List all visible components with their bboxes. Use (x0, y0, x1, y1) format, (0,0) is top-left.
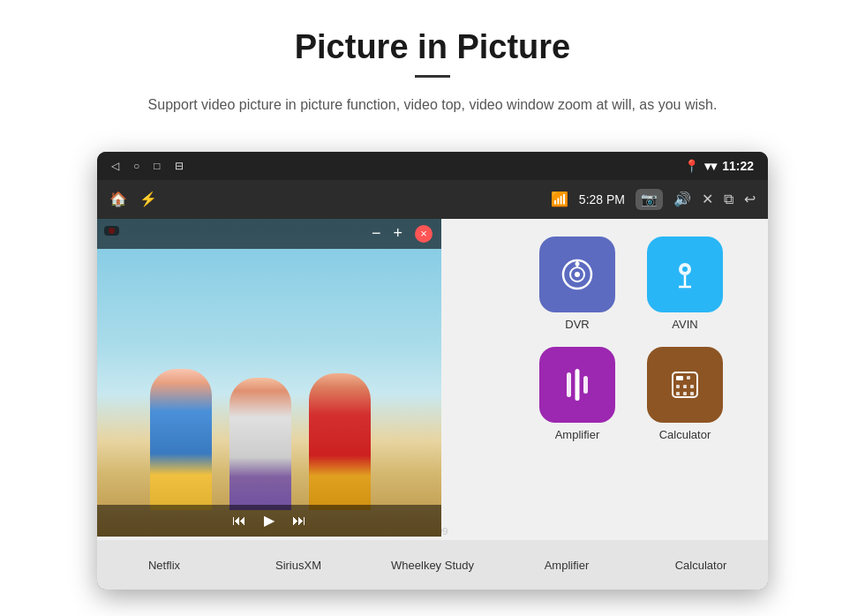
pip-minus-btn[interactable]: − (372, 224, 381, 243)
amplifier-label: Amplifier (555, 428, 600, 441)
svg-rect-10 (575, 369, 580, 401)
bottom-labels-row: Netflix SiriusXM Wheelkey Study Amplifie… (97, 557, 768, 573)
dvr-icon-svg (560, 257, 595, 292)
netflix-bottom: Netflix (97, 557, 231, 573)
calculator-bottom: Calculator (634, 557, 768, 573)
wheelkey-bottom-label: Wheelkey Study (391, 559, 474, 572)
netflix-bottom-label: Netflix (148, 559, 180, 572)
video-person-3 (309, 373, 371, 510)
svg-point-8 (682, 267, 688, 272)
pip-video-overlay[interactable]: − + × ⏮ ▶ ⏭ (97, 219, 441, 537)
status-bar: ◁ ○ □ ⊟ 📍 ▾▾ 11:22 (97, 152, 768, 180)
siriusxm-bottom-label: SiriusXM (275, 559, 321, 572)
page-subtitle: Support video picture in picture functio… (115, 94, 750, 116)
status-bar-left: ◁ ○ □ ⊟ (111, 160, 184, 172)
home-icon[interactable]: 🏠 (109, 191, 127, 207)
svg-rect-17 (690, 385, 694, 388)
dvr-label: DVR (565, 318, 589, 331)
pip-playback-controls: ⏮ ▶ ⏭ (97, 505, 441, 537)
title-divider (415, 75, 450, 78)
siriusxm-bottom: SiriusXM (231, 557, 365, 573)
calculator-app-icon (647, 347, 723, 423)
svg-point-2 (575, 272, 580, 277)
prev-btn[interactable]: ⏮ (232, 513, 246, 529)
avin-app-icon (647, 237, 723, 312)
pip-close-icon: × (420, 227, 427, 240)
pip-close-btn[interactable]: × (415, 225, 432, 243)
svg-rect-19 (683, 392, 687, 395)
volume-toolbar-icon[interactable]: 🔊 (673, 191, 691, 207)
close-toolbar-icon[interactable]: ✕ (702, 191, 713, 207)
amplifier-bottom-label: Amplifier (545, 559, 590, 572)
calculator-app[interactable]: Calculator (636, 347, 733, 441)
recents-nav-icon[interactable]: □ (154, 160, 160, 172)
signal-icon: ▾▾ (704, 159, 717, 173)
bottom-apps-bar: Netflix SiriusXM Wheelkey Study Amplifie… (97, 540, 768, 590)
calculator-bottom-label: Calculator (675, 559, 727, 572)
svg-point-4 (575, 261, 580, 266)
amplifier-bottom: Amplifier (500, 557, 634, 573)
device-frame: ◁ ○ □ ⊟ 📍 ▾▾ 11:22 🏠 ⚡ 📶 5:28 PM 📷 🔊 ✕ ⧉… (97, 152, 768, 590)
next-btn[interactable]: ⏭ (292, 513, 306, 529)
status-bar-right: 📍 ▾▾ 11:22 (684, 159, 754, 173)
apps-grid: DVR AVIN (494, 228, 768, 450)
pip-controls-bar: − + × (97, 219, 441, 249)
toolbar-right: 📶 5:28 PM 📷 🔊 ✕ ⧉ ↩ (551, 189, 756, 210)
wheelkey-bottom: Wheelkey Study (365, 557, 500, 573)
video-person-2 (229, 378, 291, 510)
dvr-app-icon (539, 237, 615, 312)
dvr-app[interactable]: DVR (529, 237, 626, 331)
apps-row-2: Amplifier (503, 347, 759, 441)
camera-toolbar-btn[interactable]: 📷 (636, 189, 663, 210)
svg-rect-18 (676, 392, 680, 395)
play-btn[interactable]: ▶ (264, 512, 275, 529)
page-header: Picture in Picture Support video picture… (0, 0, 865, 134)
svg-rect-20 (690, 392, 694, 395)
toolbar-time: 5:28 PM (579, 192, 625, 207)
svg-rect-11 (583, 376, 588, 394)
usb-icon[interactable]: ⚡ (139, 191, 157, 207)
video-person-1 (150, 369, 212, 510)
page-title: Picture in Picture (53, 28, 812, 66)
pip-plus-btn[interactable]: + (393, 224, 402, 243)
home-nav-icon[interactable]: ○ (133, 160, 139, 172)
toolbar-left: 🏠 ⚡ (109, 191, 157, 207)
wifi-toolbar-icon: 📶 (551, 191, 568, 207)
avin-label: AVIN (672, 318, 697, 331)
avin-app[interactable]: AVIN (636, 237, 733, 331)
pip-video-content (97, 219, 441, 537)
svg-rect-9 (567, 372, 571, 397)
pip-toolbar-icon[interactable]: ⧉ (724, 192, 733, 207)
svg-rect-14 (687, 376, 690, 379)
avin-icon-svg (667, 257, 703, 292)
main-area: − + × ⏮ ▶ ⏭ (97, 219, 768, 590)
calculator-label: Calculator (659, 428, 711, 441)
svg-rect-16 (683, 385, 687, 388)
back-nav-icon[interactable]: ◁ (111, 160, 119, 172)
status-time: 11:22 (722, 159, 754, 173)
svg-rect-15 (676, 385, 680, 388)
location-icon: 📍 (684, 159, 699, 173)
calculator-icon-svg (666, 365, 704, 404)
svg-rect-13 (676, 376, 683, 380)
back-toolbar-icon[interactable]: ↩ (744, 191, 756, 207)
amplifier-icon-svg (558, 365, 597, 404)
amplifier-app-icon (539, 347, 615, 423)
amplifier-app[interactable]: Amplifier (529, 347, 626, 441)
menu-nav-icon[interactable]: ⊟ (175, 160, 184, 172)
app-toolbar: 🏠 ⚡ 📶 5:28 PM 📷 🔊 ✕ ⧉ ↩ (97, 180, 768, 219)
apps-row-1: DVR AVIN (503, 237, 759, 331)
